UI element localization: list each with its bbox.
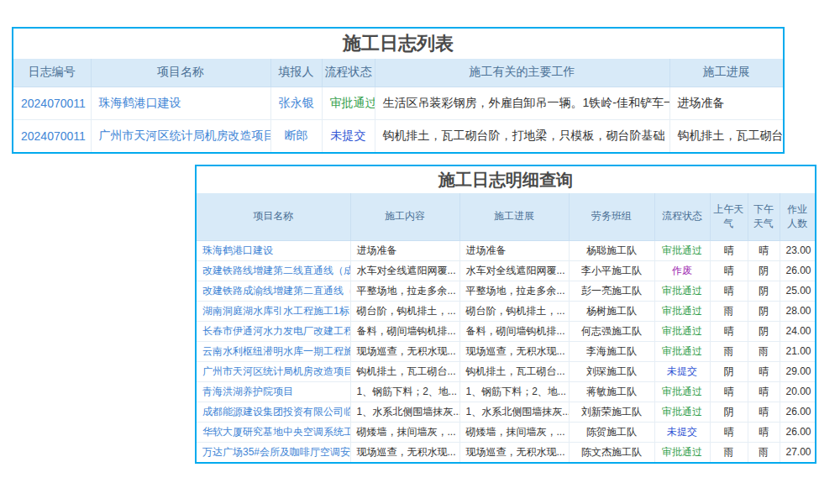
log-detail-row: 成都能源建设集团投资有限公司临时办 1、水系北侧围墙抹灰... 1、水系北侧围墙…	[197, 402, 815, 422]
page: 施工日志列表 日志编号 项目名称 填报人 流程状态 施工有关的主要工作 施工进展…	[0, 0, 840, 504]
project-link[interactable]: 万达广场35#会所及咖啡厅空调安装工	[202, 446, 350, 458]
col-status: 流程状态	[322, 59, 375, 87]
status-badge: 审批通过	[662, 244, 702, 256]
log-detail-header-row: 项目名称 施工内容 施工进展 劳务班组 流程状态 上午天气 下午天气 作业人数	[197, 193, 815, 240]
project-link[interactable]: 云南水利枢纽潜明水库一期工程施工1	[202, 345, 350, 357]
status-badge: 审批通过	[662, 446, 702, 458]
col-main-work: 施工有关的主要工作	[375, 59, 669, 87]
project-link[interactable]: 改建铁路成渝线增建第二直通线（成渝	[202, 285, 350, 297]
cell-content: 1、水系北侧围墙抹灰...	[350, 402, 459, 422]
status-badge: 审批通过	[662, 285, 702, 297]
cell-content: 现场巡查，无积水现...	[350, 341, 459, 361]
cell-pm-weather: 晴	[748, 381, 780, 402]
project-link[interactable]: 湖南洞庭湖水库引水工程施工1标	[202, 305, 349, 317]
status-badge: 审批通过	[662, 406, 702, 417]
cell-workers: 26.00	[780, 422, 815, 442]
log-detail-table: 项目名称 施工内容 施工进展 劳务班组 流程状态 上午天气 下午天气 作业人数 …	[197, 193, 815, 462]
cell-status: 未提交	[654, 422, 710, 442]
cell-progress: 1、水系北侧围墙抹灰...	[459, 402, 569, 422]
cell-team: 杨树施工队	[569, 301, 654, 321]
status-badge: 未提交	[667, 426, 697, 438]
log-list-header-row: 日志编号 项目名称 填报人 流程状态 施工有关的主要工作 施工进展	[13, 59, 783, 87]
cell-project: 云南水利枢纽潜明水库一期工程施工1	[197, 341, 350, 361]
log-detail-panel: 施工日志明细查询 项目名称 施工内容 施工进展 劳务班组 流程状态 上午天气 下…	[195, 165, 816, 464]
cell-team: 彭一亮施工队	[569, 281, 654, 301]
log-no-link[interactable]: 2024070011	[21, 97, 86, 110]
cell-team: 李海施工队	[569, 341, 654, 361]
reporter-link[interactable]: 断郎	[285, 129, 308, 142]
log-list-row: 2024070011 珠海鹤港口建设 张永银 审批通过 生活区吊装彩钢房，外雇自…	[13, 87, 783, 119]
cell-workers: 24.00	[780, 321, 815, 341]
cell-workers: 28.00	[780, 301, 815, 321]
cell-status: 审批通过	[322, 87, 375, 119]
cell-log-no: 2024070011	[13, 119, 91, 152]
cell-project: 广州市天河区统计局机房改造项目	[197, 361, 350, 381]
log-detail-row: 珠海鹤港口建设 进场准备 进场准备 杨聪施工队 审批通过 晴 晴 23.00	[197, 240, 815, 260]
project-link[interactable]: 成都能源建设集团投资有限公司临时办	[202, 406, 350, 417]
col-workers: 作业人数	[780, 193, 815, 240]
cell-pm-weather: 阴	[748, 260, 780, 281]
col-project-name: 项目名称	[197, 193, 350, 240]
project-link[interactable]: 广州市天河区统计局机房改造项目	[99, 129, 271, 142]
cell-progress: 砌矮墙，抹间墙灰，...	[459, 422, 569, 442]
cell-project: 成都能源建设集团投资有限公司临时办	[197, 402, 350, 422]
cell-content: 现场巡查，无积水现...	[350, 442, 459, 462]
cell-status: 审批通过	[654, 321, 710, 341]
log-detail-row: 改建铁路成渝线增建第二直通线（成渝 平整场地，拉走多余... 平整场地，拉走多余…	[197, 281, 815, 301]
cell-workers: 26.00	[780, 260, 815, 281]
col-team: 劳务班组	[569, 193, 654, 240]
cell-content: 平整场地，拉走多余...	[350, 281, 459, 301]
cell-status: 审批通过	[654, 402, 710, 422]
log-no-link[interactable]: 2024070011	[21, 129, 86, 143]
col-reporter: 填报人	[270, 59, 322, 87]
project-link[interactable]: 青海洪湖养护院项目	[202, 386, 293, 397]
log-detail-row: 广州市天河区统计局机房改造项目 钩机排土，瓦工砌台... 钩机排土，瓦工砌台..…	[197, 361, 815, 381]
log-detail-row: 改建铁路线增建第二线直通线（成都- 水车对全线遮阳网覆... 水车对全线遮阳网覆…	[197, 260, 815, 281]
cell-pm-weather: 晴	[748, 240, 780, 260]
cell-status: 审批通过	[654, 341, 710, 361]
cell-workers: 20.00	[780, 381, 815, 402]
cell-progress: 平整场地，拉走多余...	[459, 281, 569, 301]
log-detail-row: 长春市伊通河水力发电厂改建工程 备料，砌间墙钩机排... 备料，砌间墙钩机排..…	[197, 321, 815, 341]
status-badge: 作废	[672, 265, 692, 276]
cell-am-weather: 雨	[710, 442, 748, 462]
cell-project: 青海洪湖养护院项目	[197, 381, 350, 402]
col-project-name: 项目名称	[91, 59, 270, 87]
cell-progress: 进场准备	[459, 240, 569, 260]
project-link[interactable]: 广州市天河区统计局机房改造项目	[202, 365, 350, 377]
cell-team: 陈贺施工队	[569, 422, 654, 442]
cell-progress: 钩机排土，瓦工砌台...	[459, 361, 569, 381]
reporter-link[interactable]: 张永银	[279, 96, 314, 109]
cell-pm-weather: 晴	[748, 402, 780, 422]
cell-workers: 27.00	[780, 442, 815, 462]
status-badge: 审批通过	[330, 96, 375, 109]
status-badge: 审批通过	[662, 325, 702, 337]
project-link[interactable]: 珠海鹤港口建设	[202, 244, 273, 256]
cell-project: 广州市天河区统计局机房改造项目	[91, 119, 270, 152]
log-list-row: 2024070011 广州市天河区统计局机房改造项目 断郎 未提交 钩机排土，瓦…	[13, 119, 783, 152]
cell-status: 审批通过	[654, 381, 710, 402]
cell-content: 备料，砌间墙钩机排...	[350, 321, 459, 341]
cell-progress: 钩机排土，瓦工砌台...	[669, 119, 783, 152]
col-status: 流程状态	[654, 193, 710, 240]
cell-status: 作废	[654, 260, 710, 281]
cell-am-weather: 阴	[710, 402, 748, 422]
cell-status: 审批通过	[654, 442, 710, 462]
cell-team: 何志强施工队	[569, 321, 654, 341]
status-badge: 审批通过	[662, 305, 702, 317]
cell-am-weather: 雨	[710, 341, 748, 361]
project-link[interactable]: 珠海鹤港口建设	[99, 96, 181, 109]
cell-content: 钩机排土，瓦工砌台...	[350, 361, 459, 381]
cell-pm-weather: 雨	[748, 341, 780, 361]
project-link[interactable]: 华软大厦研究基地中央空调系统工程	[202, 426, 350, 438]
cell-status: 审批通过	[654, 281, 710, 301]
col-progress: 施工进展	[459, 193, 569, 240]
project-link[interactable]: 长春市伊通河水力发电厂改建工程	[202, 325, 350, 337]
cell-main-work: 钩机排土，瓦工砌台阶，打地梁，只模板，砌台阶基础	[375, 119, 669, 152]
cell-am-weather: 晴	[710, 240, 748, 260]
cell-progress: 砌台阶，钩机排土，...	[459, 301, 569, 321]
project-link[interactable]: 改建铁路线增建第二线直通线（成都-	[202, 265, 350, 276]
cell-pm-weather: 晴	[748, 422, 780, 442]
cell-pm-weather: 阴	[748, 301, 780, 321]
log-detail-row: 青海洪湖养护院项目 1、钢筋下料；2、地... 1、钢筋下料；2、地... 蒋敏…	[197, 381, 815, 402]
